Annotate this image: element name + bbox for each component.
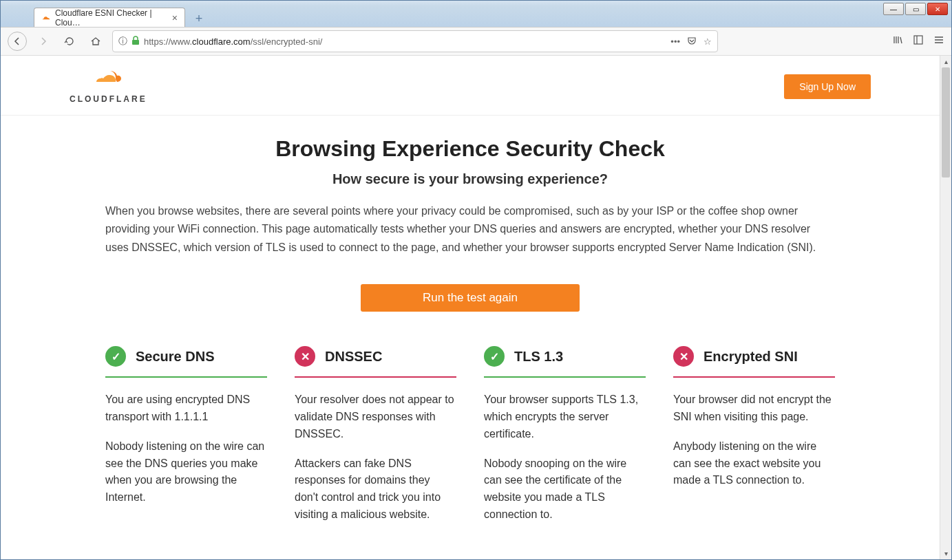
result-summary: Your browser did not encrypt the SNI whe… [673, 391, 835, 426]
toolbar: ⓘ https://www.cloudflare.com/ssl/encrypt… [1, 27, 951, 56]
check-icon: ✓ [105, 346, 126, 367]
result-detail: Nobody snooping on the wire can see the … [484, 455, 646, 524]
forward-button[interactable] [34, 32, 53, 51]
reload-button[interactable] [60, 32, 79, 51]
check-icon: ✓ [484, 346, 505, 367]
new-tab-button[interactable]: + [191, 10, 207, 27]
address-bar[interactable]: ⓘ https://www.cloudflare.com/ssl/encrypt… [112, 30, 718, 52]
browser-tab-active[interactable]: Cloudflare ESNI Checker | Clou… × [34, 8, 185, 27]
tab-title: Cloudflare ESNI Checker | Clou… [55, 8, 165, 28]
minimize-button[interactable]: — [883, 3, 904, 15]
intro-text: When you browse websites, there are seve… [105, 202, 835, 257]
cloudflare-favicon [41, 13, 51, 23]
signup-button[interactable]: Sign Up Now [784, 74, 871, 99]
result-dnssec: ✕ DNSSEC Your resolver does not appear t… [295, 346, 456, 524]
site-header: CLOUDFLARE Sign Up Now [1, 56, 940, 116]
window-controls: — ▭ ✕ [883, 3, 948, 15]
home-button[interactable] [86, 32, 105, 51]
cloudflare-logo[interactable]: CLOUDFLARE [70, 69, 147, 104]
svg-rect-0 [132, 40, 139, 45]
result-title: DNSSEC [325, 349, 382, 365]
x-icon: ✕ [295, 346, 315, 367]
tab-bar: Cloudflare ESNI Checker | Clou… × + [1, 6, 951, 27]
menu-icon[interactable] [933, 34, 944, 48]
close-tab-icon[interactable]: × [172, 12, 178, 23]
results-grid: ✓ Secure DNS You are using encrypted DNS… [105, 346, 835, 524]
result-summary: You are using encrypted DNS transport wi… [105, 391, 267, 426]
svg-rect-1 [914, 36, 922, 44]
close-window-button[interactable]: ✕ [927, 3, 948, 15]
scroll-thumb[interactable] [942, 67, 950, 177]
result-summary: Your browser supports TLS 1.3, which enc… [484, 391, 646, 442]
run-test-button[interactable]: Run the test again [361, 284, 580, 312]
scroll-down-icon[interactable]: ▾ [940, 548, 951, 559]
result-title: TLS 1.3 [514, 349, 563, 365]
bookmark-icon[interactable]: ☆ [704, 36, 712, 47]
vertical-scrollbar[interactable]: ▴ ▾ [940, 56, 951, 559]
maximize-button[interactable]: ▭ [905, 3, 926, 15]
result-esni: ✕ Encrypted SNI Your browser did not enc… [673, 346, 835, 524]
result-tls13: ✓ TLS 1.3 Your browser supports TLS 1.3,… [484, 346, 646, 524]
result-title: Secure DNS [136, 349, 215, 365]
more-icon[interactable]: ••• [670, 36, 680, 47]
x-icon: ✕ [673, 346, 694, 367]
library-icon[interactable] [892, 34, 903, 48]
page-title: Browsing Experience Security Check [105, 136, 835, 162]
sidebar-icon[interactable] [913, 34, 924, 48]
page-content: CLOUDFLARE Sign Up Now Browsing Experien… [1, 56, 940, 559]
titlebar [1, 1, 951, 6]
result-detail: Anybody listening on the wire can see th… [673, 438, 835, 489]
pocket-icon[interactable] [687, 36, 697, 47]
page-subtitle: How secure is your browsing experience? [105, 171, 835, 187]
scroll-up-icon[interactable]: ▴ [940, 56, 951, 67]
cloud-icon [87, 69, 129, 91]
result-title: Encrypted SNI [704, 349, 798, 365]
result-secure-dns: ✓ Secure DNS You are using encrypted DNS… [105, 346, 267, 524]
info-icon[interactable]: ⓘ [118, 35, 127, 47]
logo-text: CLOUDFLARE [70, 94, 147, 104]
result-summary: Your resolver does not appear to validat… [295, 391, 456, 442]
result-detail: Nobody listening on the wire can see the… [105, 438, 267, 506]
lock-icon[interactable] [131, 36, 140, 47]
url-text: https://www.cloudflare.com/ssl/encrypted… [144, 36, 666, 47]
browser-window: — ▭ ✕ Cloudflare ESNI Checker | Clou… × … [0, 0, 952, 560]
result-detail: Attackers can fake DNS responses for dom… [295, 455, 456, 524]
back-button[interactable] [8, 32, 27, 51]
